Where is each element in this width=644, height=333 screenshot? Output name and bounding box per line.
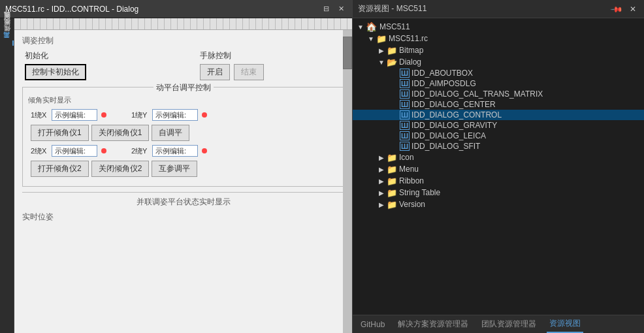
tree-item-aboutbox[interactable]: Ш IDD_ABOUTBOX [353, 68, 644, 78]
tilt-display-label: 倾角实时显示 [28, 95, 338, 105]
tree-item-cal-trans[interactable]: Ш IDD_DIALOG_CAL_TRANS_MATRIX [353, 89, 644, 99]
vertical-toolbar: 资源视图 类视图 属性 工具箱 [0, 18, 14, 333]
tree-item-menu[interactable]: ▶ 📁 Menu [353, 163, 644, 175]
dialog-title-text: MSC511.rc - IDD...CONTROL - Dialog [5, 5, 317, 14]
left-toolbar-area: 资源视图 类视图 属性 工具箱 调姿控制 初始化 控制卡初始化 [0, 18, 352, 333]
sidebar-item-properties[interactable]: 属性 [1, 34, 13, 39]
header-icons: 📌 ✕ [609, 3, 639, 15]
tilt-y1-dot [202, 112, 207, 118]
tree-aimpos-label: IDD_AIMPOSDLG [411, 79, 476, 88]
tree-item-dialog[interactable]: ▼ 📂 Dialog [353, 56, 644, 68]
tree-string-table-label: String Table [399, 188, 440, 197]
tree-bitmap-label: Bitmap [399, 46, 423, 55]
pin-button[interactable]: ⊟ [321, 5, 332, 13]
tree-toggle-root[interactable]: ▼ [355, 22, 366, 32]
top-sections: 初始化 控制卡初始化 手脉控制 开启 结束 [20, 50, 347, 80]
left-panel: MSC511.rc - IDD...CONTROL - Dialog ⊟ ✕ 资… [0, 0, 353, 333]
tree-leica-label: IDD_DIALOG_LEICA [411, 131, 486, 140]
dialog-editor-area: 调姿控制 初始化 控制卡初始化 手脉控制 开启 [14, 18, 352, 333]
platform-title: 动平台调平控制 [153, 82, 214, 93]
tree-gravity-label: IDD_DIALOG_GRAVITY [411, 121, 497, 130]
tab-github[interactable]: GitHub [358, 317, 387, 332]
tilt-x1-dot [101, 112, 106, 118]
right-panel: 资源视图 - MSC511 📌 ✕ ▼ 🏠 MSC511 ▼ 📁 MSC511.… [353, 0, 644, 333]
open-tilt1-button[interactable]: 打开倾角仪1 [31, 125, 89, 141]
tree-item-rc[interactable]: ▼ 📁 MSC511.rc [353, 33, 644, 44]
sidebar-item-class-view[interactable]: 类视图 [1, 27, 13, 33]
tilt-x2-dot [101, 148, 106, 153]
open-tilt2-button[interactable]: 打开倾角仪2 [31, 161, 89, 177]
tree-toggle-version[interactable]: ▶ [376, 199, 387, 210]
init-button[interactable]: 控制卡初始化 [25, 64, 86, 80]
tree-version-label: Version [399, 200, 425, 209]
tree-toggle-bitmap[interactable]: ▶ [376, 45, 387, 56]
tree-toggle-ribbon[interactable]: ▶ [376, 176, 387, 186]
hand-section: 手脉控制 开启 结束 [200, 50, 342, 80]
close-tilt1-button[interactable]: 关闭倾角仪1 [91, 125, 150, 141]
tab-solution[interactable]: 解决方案资源管理器 [395, 316, 471, 332]
parallel-section: 并联调姿平台状态实时显示 [22, 192, 344, 208]
ruler-top [14, 18, 352, 30]
close-tilt2-button[interactable]: 关闭倾角仪2 [91, 161, 150, 177]
tree-ribbon-label: Ribbon [399, 176, 424, 185]
tilt-y2-input[interactable] [152, 145, 198, 157]
dialog-title-bar: MSC511.rc - IDD...CONTROL - Dialog ⊟ ✕ [0, 0, 352, 18]
tree-item-version[interactable]: ▶ 📁 Version [353, 198, 644, 210]
tree-toggle-icon[interactable]: ▶ [376, 152, 387, 163]
resource-view-header: 资源视图 - MSC511 📌 ✕ [353, 0, 644, 18]
tree-root[interactable]: ▼ 🏠 MSC511 [353, 21, 644, 33]
tilt-x1-input[interactable] [52, 109, 97, 121]
auto-level-button[interactable]: 自调平 [152, 125, 189, 141]
sidebar-item-toolbox[interactable]: 工具箱 [1, 40, 14, 46]
tab-resource-view[interactable]: 资源视图 [547, 315, 583, 333]
tilt-x1-label: 1绕X [31, 110, 49, 120]
tree-icon-label: Icon [399, 153, 414, 162]
end-button[interactable]: 结束 [234, 64, 264, 80]
tree-toggle-dialog[interactable]: ▼ [376, 57, 387, 67]
tree-item-aimpos[interactable]: Ш IDD_AIMPOSDLG [353, 78, 644, 89]
pin-icon[interactable]: 📌 [607, 0, 626, 18]
tab-team[interactable]: 团队资源管理器 [479, 316, 539, 332]
tree-item-gravity[interactable]: Ш IDD_DIALOG_GRAVITY [353, 120, 644, 131]
tree-item-control[interactable]: Ш IDD_DIALOG_CONTROL [353, 110, 644, 120]
dialog-window-title: 调姿控制 [20, 35, 347, 46]
start-button[interactable]: 开启 [200, 64, 230, 80]
tree-item-leica[interactable]: Ш IDD_DIALOG_LEICA [353, 131, 644, 141]
btn-row-2: 打开倾角仪2 关闭倾角仪2 互参调平 [31, 161, 338, 177]
btn-row-1: 打开倾角仪1 关闭倾角仪1 自调平 [31, 125, 338, 141]
close-button[interactable]: ✕ [336, 5, 347, 13]
tree-item-center[interactable]: Ш IDD_DIALOG_CENTER [353, 99, 644, 110]
resource-tree: ▼ 🏠 MSC511 ▼ 📁 MSC511.rc ▶ 📁 Bitmap ▼ 📂 … [353, 18, 644, 315]
dialog-scroll-thumb[interactable] [343, 37, 352, 69]
tree-item-bitmap[interactable]: ▶ 📁 Bitmap [353, 44, 644, 56]
tree-toggle-rc[interactable]: ▼ [366, 33, 376, 44]
tree-control-label: IDD_DIALOG_CONTROL [411, 110, 502, 119]
init-section: 初始化 控制卡初始化 [25, 50, 167, 80]
tree-item-sfit[interactable]: Ш IDD_DIALOG_SFIT [353, 141, 644, 151]
tree-item-string-table[interactable]: ▶ 📁 String Table [353, 187, 644, 198]
bottom-tab-bar: GitHub 解决方案资源管理器 团队资源管理器 资源视图 [353, 315, 644, 333]
tree-rc-label: MSC511.rc [389, 34, 428, 43]
tree-cal-trans-label: IDD_DIALOG_CAL_TRANS_MATRIX [411, 89, 543, 99]
close-icon[interactable]: ✕ [627, 3, 639, 15]
mutual-level-button[interactable]: 互参调平 [152, 161, 197, 177]
platform-section: 动平台调平控制 倾角实时显示 1绕X 1绕Y [22, 87, 344, 187]
dialog-scrollbar[interactable] [343, 30, 352, 333]
tree-toggle-string-table[interactable]: ▶ [376, 187, 387, 198]
tilt-y1-input[interactable] [152, 109, 198, 121]
tilt-row-1: 1绕X 1绕Y [31, 109, 338, 121]
sidebar-item-resource-view[interactable]: 资源视图 [1, 21, 13, 26]
tilt-y2-label: 2绕Y [131, 146, 150, 156]
resource-view-title: 资源视图 - MSC511 [358, 3, 604, 14]
tree-root-label: MSC511 [379, 22, 410, 31]
tree-item-icon[interactable]: ▶ 📁 Icon [353, 151, 644, 163]
tree-item-ribbon[interactable]: ▶ 📁 Ribbon [353, 175, 644, 187]
tree-toggle-menu[interactable]: ▶ [376, 164, 387, 174]
realtime-label: 实时位姿 [22, 212, 344, 223]
tree-aboutbox-label: IDD_ABOUTBOX [411, 69, 473, 78]
tree-menu-label: Menu [399, 165, 419, 174]
tree-dialog-label: Dialog [399, 57, 421, 67]
tilt-x2-input[interactable] [52, 145, 97, 157]
tilt-row-2: 2绕X 2绕Y [31, 145, 338, 157]
hand-label: 手脉控制 [200, 50, 342, 61]
